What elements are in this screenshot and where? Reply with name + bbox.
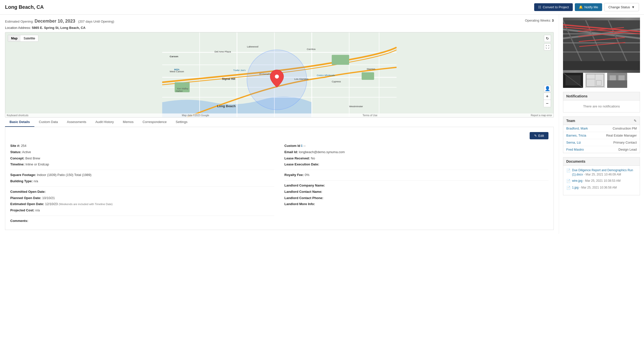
svg-rect-45 bbox=[563, 61, 640, 70]
notify-me-button[interactable]: 🔔 Notify Me bbox=[575, 3, 602, 11]
change-status-button[interactable]: Change Status ▼ bbox=[604, 3, 639, 11]
svg-text:Westminster: Westminster bbox=[349, 105, 363, 108]
tab-audit-history[interactable]: Audit History bbox=[91, 117, 118, 127]
location-label: Location Address: bbox=[5, 26, 31, 30]
days-until: (207 days Until Opening) bbox=[78, 20, 114, 23]
svg-text:IKEA: IKEA bbox=[174, 68, 180, 71]
map-container: Ken Malloy Harbor Carson West Carson Del… bbox=[5, 32, 554, 117]
notifications-empty: There are no notifications bbox=[583, 104, 620, 108]
tab-assessments[interactable]: Assessments bbox=[62, 117, 91, 127]
doc-date-1: - Mar 25, 2021 10:38:53 AM bbox=[583, 179, 621, 183]
royalty-fee-row: Royalty Fee: 0% bbox=[284, 172, 548, 178]
document-item-1: 📄 wire.jpg - Mar 25, 2021 10:38:53 AM bbox=[566, 179, 637, 184]
comments-row: Comments: bbox=[10, 218, 274, 224]
bell-icon: 🔔 bbox=[579, 5, 583, 9]
operating-weeks-label: Operating Weeks: bbox=[525, 19, 551, 22]
svg-text:Cerritos: Cerritos bbox=[307, 48, 315, 50]
zoom-in-button[interactable]: + bbox=[544, 93, 551, 100]
map-zoom-controls: + − bbox=[543, 93, 551, 107]
refresh-map-button[interactable]: ↻ bbox=[544, 35, 551, 42]
tabs-container: Basic Details Custom Data Assessments Au… bbox=[5, 117, 554, 127]
custom-id-info-icon[interactable]: ℹ bbox=[301, 144, 302, 148]
svg-text:Long Beach: Long Beach bbox=[217, 104, 235, 108]
team-section: Team ✎ Bradford, Mark Construction PM Ba… bbox=[563, 116, 640, 153]
svg-text:Del Amo Plaza: Del Amo Plaza bbox=[215, 50, 231, 53]
details-right-col: Custom Id ℹ -- Email Id: longbeach@demo.… bbox=[284, 143, 548, 225]
estimated-open-row: Estimated Open Date: 12/10/23 (Weekends … bbox=[10, 202, 274, 207]
svg-text:El Dorado: El Dorado bbox=[259, 73, 271, 75]
map-icons-right: ↻ ⛶ bbox=[544, 35, 551, 50]
convert-to-project-button[interactable]: ☷ Convert to Project bbox=[534, 3, 573, 11]
tab-basic-details[interactable]: Basic Details bbox=[5, 117, 34, 127]
team-role-3: Design Lead bbox=[618, 148, 637, 151]
landlord-contact-row: Landlord Contact Name: bbox=[284, 189, 548, 195]
edit-icon: ✎ bbox=[534, 134, 537, 138]
committed-open-row: Committed Open Date: bbox=[10, 189, 274, 195]
svg-rect-14 bbox=[362, 72, 374, 80]
svg-text:Carson: Carson bbox=[170, 55, 178, 58]
operating-weeks-value: 3 bbox=[552, 19, 554, 22]
pegman-icon[interactable]: 👤 bbox=[544, 85, 551, 92]
doc-date-2: - Mar 25, 2021 10:36:58 AM bbox=[579, 186, 617, 189]
svg-rect-57 bbox=[618, 75, 625, 80]
team-member-3: Fred Mastro Design Lead bbox=[563, 146, 640, 153]
site-num-row: Site #: 254 bbox=[10, 143, 274, 149]
map-report-label: Report a map error bbox=[531, 114, 552, 117]
zoom-out-button[interactable]: − bbox=[544, 100, 551, 107]
building-type-row: Building Type: n/a bbox=[10, 179, 274, 184]
thumbnail-2[interactable] bbox=[585, 73, 605, 88]
svg-text:Harbor: Harbor bbox=[176, 90, 183, 92]
main-image bbox=[563, 18, 640, 73]
document-item-0: 📄 Due Diligence Report and Demographics … bbox=[566, 168, 637, 177]
svg-text:Stanton: Stanton bbox=[367, 68, 375, 70]
content-panel: ✎ Edit Site #: 254 Status: Active bbox=[5, 127, 554, 230]
landlord-info-row: Landlord More Info: bbox=[284, 202, 548, 207]
team-title: Team bbox=[566, 119, 575, 123]
right-panel: Notifications There are no notifications… bbox=[559, 15, 644, 234]
landlord-company-row: Landlord Company Name: bbox=[284, 183, 548, 188]
planned-open-row: Planned Open Date: 10/10/21 bbox=[10, 196, 274, 201]
team-role-0: Construction PM bbox=[613, 127, 637, 130]
map-placeholder: Ken Malloy Harbor Carson West Carson Del… bbox=[5, 32, 553, 117]
custom-id-row: Custom Id ℹ -- bbox=[284, 143, 548, 149]
doc-icon-1: 📄 bbox=[566, 179, 571, 184]
documents-title: Documents bbox=[563, 157, 640, 166]
lease-execution-row: Lease Execution Date: bbox=[284, 162, 548, 167]
site-info-row: Estimated Opening: December 10, 2023 (20… bbox=[5, 19, 554, 24]
team-edit-button[interactable]: ✎ bbox=[634, 119, 637, 123]
thumbnail-row bbox=[563, 73, 640, 88]
doc-details-0: Due Diligence Report and Demographics Ru… bbox=[572, 168, 637, 177]
team-name-0[interactable]: Bradford, Mark bbox=[566, 127, 588, 130]
tab-custom-data[interactable]: Custom Data bbox=[34, 117, 62, 127]
team-name-3[interactable]: Fred Mastro bbox=[566, 148, 584, 151]
map-svg: Ken Malloy Harbor Carson West Carson Del… bbox=[5, 32, 553, 117]
team-member-2: Serna, Liz Primary Contact bbox=[563, 139, 640, 146]
header: Long Beach, CA ☷ Convert to Project 🔔 No… bbox=[0, 0, 644, 15]
svg-text:Signal Hill: Signal Hill bbox=[222, 77, 235, 80]
svg-text:Costco Wholesale: Costco Wholesale bbox=[317, 74, 335, 77]
concept-row: Concept: Best Brew bbox=[10, 156, 274, 161]
tab-correspondence[interactable]: Correspondence bbox=[138, 117, 171, 127]
team-name-1[interactable]: Barnes, Tricia bbox=[566, 134, 586, 137]
doc-link-2[interactable]: 1.jpg bbox=[572, 186, 579, 189]
tab-settings[interactable]: Settings bbox=[171, 117, 192, 127]
edit-button[interactable]: ✎ Edit bbox=[530, 132, 548, 139]
thumbnail-1[interactable] bbox=[563, 73, 583, 88]
map-tab[interactable]: Map bbox=[8, 35, 21, 41]
email-id-row: Email Id: longbeach@demo.synuma.com bbox=[284, 150, 548, 155]
landlord-phone-row: Landlord Contact Phone: bbox=[284, 196, 548, 201]
projected-cost-row: Projected Cost: n/a bbox=[10, 208, 274, 213]
team-name-2[interactable]: Serna, Liz bbox=[566, 141, 581, 144]
doc-link-1[interactable]: wire.jpg bbox=[572, 179, 582, 183]
tab-memos[interactable]: Memos bbox=[118, 117, 138, 127]
team-role-2: Primary Contact bbox=[613, 141, 637, 144]
fullscreen-map-button[interactable]: ⛶ bbox=[544, 43, 551, 50]
satellite-tab[interactable]: Satellite bbox=[21, 35, 38, 41]
documents-list: 📄 Due Diligence Report and Demographics … bbox=[563, 166, 640, 195]
thumbnail-3[interactable] bbox=[607, 73, 627, 88]
estimated-opening-block: Estimated Opening: December 10, 2023 (20… bbox=[5, 19, 114, 24]
map-keyboard-label: Keyboard shortcuts bbox=[7, 114, 28, 117]
team-role-1: Real Estate Manager bbox=[606, 134, 637, 137]
svg-text:Ken Malloy: Ken Malloy bbox=[177, 87, 188, 90]
location-address: 5865 E. Spring St, Long Beach, CA bbox=[32, 26, 86, 30]
